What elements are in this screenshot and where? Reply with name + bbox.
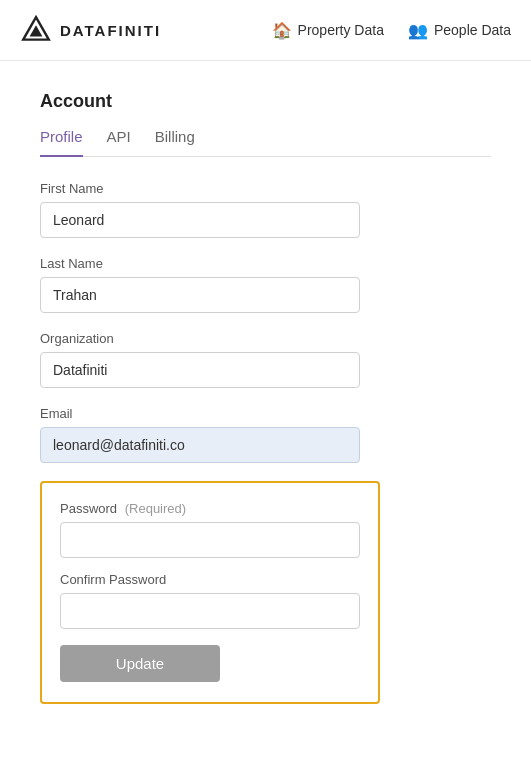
organization-input[interactable] <box>40 352 360 388</box>
tab-profile[interactable]: Profile <box>40 128 83 157</box>
email-input[interactable] <box>40 427 360 463</box>
organization-group: Organization <box>40 331 491 388</box>
password-required-text: (Required) <box>125 501 186 516</box>
first-name-label: First Name <box>40 181 491 196</box>
nav-property-data[interactable]: 🏠 Property Data <box>272 21 384 40</box>
update-button[interactable]: Update <box>60 645 220 682</box>
password-group: Password (Required) <box>60 501 360 558</box>
tabs: Profile API Billing <box>40 128 491 157</box>
profile-form: First Name Last Name Organization Email … <box>40 181 491 704</box>
last-name-input[interactable] <box>40 277 360 313</box>
tab-billing[interactable]: Billing <box>155 128 195 157</box>
email-group: Email <box>40 406 491 463</box>
confirm-password-group: Confirm Password <box>60 572 360 629</box>
nav-people-data-label: People Data <box>434 22 511 38</box>
password-section: Password (Required) Confirm Password Upd… <box>40 481 380 704</box>
organization-label: Organization <box>40 331 491 346</box>
email-label: Email <box>40 406 491 421</box>
logo-text: DATAFINITI <box>60 22 161 39</box>
last-name-label: Last Name <box>40 256 491 271</box>
people-icon: 👥 <box>408 21 428 40</box>
nav-property-data-label: Property Data <box>298 22 384 38</box>
first-name-group: First Name <box>40 181 491 238</box>
nav-people-data[interactable]: 👥 People Data <box>408 21 511 40</box>
password-label: Password (Required) <box>60 501 360 516</box>
header: DATAFINITI 🏠 Property Data 👥 People Data <box>0 0 531 61</box>
page-title: Account <box>40 91 491 112</box>
last-name-group: Last Name <box>40 256 491 313</box>
password-input[interactable] <box>60 522 360 558</box>
main-content: Account Profile API Billing First Name L… <box>0 61 531 734</box>
main-nav: 🏠 Property Data 👥 People Data <box>272 21 511 40</box>
confirm-password-input[interactable] <box>60 593 360 629</box>
logo-icon <box>20 14 52 46</box>
first-name-input[interactable] <box>40 202 360 238</box>
home-icon: 🏠 <box>272 21 292 40</box>
logo: DATAFINITI <box>20 14 272 46</box>
tab-api[interactable]: API <box>107 128 131 157</box>
confirm-password-label: Confirm Password <box>60 572 360 587</box>
